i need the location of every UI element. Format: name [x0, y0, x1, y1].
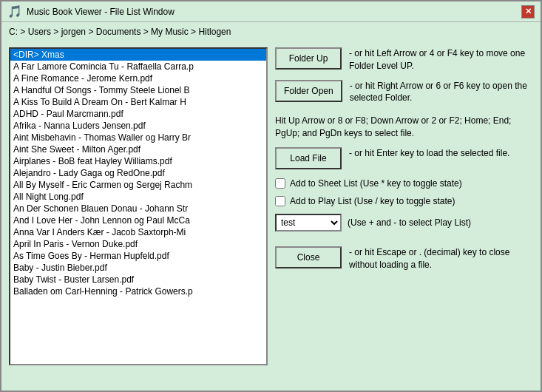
list-item[interactable]: <DIR> Xmas: [10, 49, 266, 61]
file-list-container: <DIR> XmasA Far Lamore Comincia Tu - Raf…: [9, 47, 268, 385]
list-item[interactable]: A Kiss To Build A Dream On - Bert Kalmar…: [10, 96, 266, 108]
list-item[interactable]: An Der Schonen Blauen Donau - Johann Str: [10, 203, 266, 214]
playlist-dropdown-hint: (Use + and - to select Play List): [348, 217, 471, 228]
sheet-list-label: Add to Sheet List (Use * key to toggle s…: [290, 178, 462, 189]
list-item[interactable]: Alejandro - Lady Gaga og RedOne.pdf: [10, 167, 266, 179]
right-panel: Folder Up - or hit Left Arrow or 4 or F4…: [275, 47, 533, 385]
folder-up-row: Folder Up - or hit Left Arrow or 4 or F4…: [275, 47, 533, 72]
list-item[interactable]: And I Love Her - John Lennon og Paul McC…: [10, 214, 266, 226]
playlist-dropdown-row: test (Use + and - to select Play List): [275, 214, 533, 232]
close-button[interactable]: ✕: [521, 5, 535, 18]
load-file-hint: - or hit Enter key to load the selected …: [349, 147, 533, 160]
list-item[interactable]: As Time Goes By - Herman Hupfeld.pdf: [10, 250, 266, 262]
file-list[interactable]: <DIR> XmasA Far Lamore Comincia Tu - Raf…: [9, 47, 268, 365]
sheet-list-checkbox[interactable]: [275, 178, 285, 189]
play-list-row: Add to Play List (Use / key to toggle st…: [275, 196, 533, 206]
list-item[interactable]: All By Myself - Eric Carmen og Sergej Ra…: [10, 179, 266, 191]
list-item[interactable]: A Fine Romance - Jerome Kern.pdf: [10, 72, 266, 84]
folder-open-button[interactable]: Folder Open: [275, 80, 342, 102]
list-item[interactable]: A Far Lamore Comincia Tu - Raffaella Car…: [10, 61, 266, 72]
sheet-list-row: Add to Sheet List (Use * key to toggle s…: [275, 178, 533, 189]
title-bar-left: 🎵 Music Book Viewer - File List Window: [7, 4, 175, 18]
list-item[interactable]: Balladen om Carl-Henning - Patrick Gower…: [10, 285, 266, 297]
folder-up-button[interactable]: Folder Up: [275, 47, 342, 70]
play-list-checkbox[interactable]: [275, 196, 285, 206]
list-item[interactable]: Afrika - Nanna Luders Jensen.pdf: [10, 120, 266, 132]
close-hint: - or hit Escape or . (decimal) key to cl…: [349, 246, 533, 271]
title-bar: 🎵 Music Book Viewer - File List Window ✕: [1, 1, 541, 22]
close-row: Close - or hit Escape or . (decimal) key…: [275, 246, 533, 271]
folder-open-hint: - or hit Right Arrow or 6 or F6 key to o…: [350, 80, 533, 105]
window-title: Music Book Viewer - File List Window: [27, 7, 175, 17]
playlist-select[interactable]: test: [275, 214, 342, 232]
list-item[interactable]: Baby - Justin Bieber.pdf: [10, 262, 266, 274]
list-item[interactable]: All Night Long.pdf: [10, 191, 266, 203]
list-item[interactable]: Anna Var I Anders Kær - Jacob Saxtorph-M…: [10, 226, 266, 238]
main-window: 🎵 Music Book Viewer - File List Window ✕…: [0, 0, 542, 392]
list-item[interactable]: April In Paris - Vernon Duke.pdf: [10, 238, 266, 250]
play-list-label: Add to Play List (Use / key to toggle st…: [290, 196, 455, 206]
list-item[interactable]: Aint Misbehavin - Thomas Waller og Harry…: [10, 132, 266, 143]
load-file-button[interactable]: Load File: [275, 147, 342, 169]
folder-open-row: Folder Open - or hit Right Arrow or 6 or…: [275, 80, 533, 105]
load-file-row: Load File - or hit Enter key to load the…: [275, 147, 533, 169]
list-item[interactable]: Baby Twist - Buster Larsen.pdf: [10, 274, 266, 285]
main-content: <DIR> XmasA Far Lamore Comincia Tu - Raf…: [1, 41, 541, 391]
app-icon: 🎵: [7, 4, 22, 18]
list-item[interactable]: Aint She Sweet - Milton Ager.pdf: [10, 143, 266, 155]
list-item[interactable]: A Handful Of Songs - Tommy Steele Lionel…: [10, 84, 266, 96]
folder-up-hint: - or hit Left Arrow or 4 or F4 key to mo…: [349, 47, 533, 72]
nav-hint: Hit Up Arrow or 8 or F8; Down Arrow or 2…: [275, 112, 533, 143]
close-file-button[interactable]: Close: [275, 246, 342, 268]
list-item[interactable]: ADHD - Paul Marcmann.pdf: [10, 108, 266, 120]
list-item[interactable]: Airplanes - BoB feat Hayley Williams.pdf: [10, 155, 266, 167]
breadcrumb: C: > Users > jorgen > Documents > My Mus…: [1, 22, 541, 41]
